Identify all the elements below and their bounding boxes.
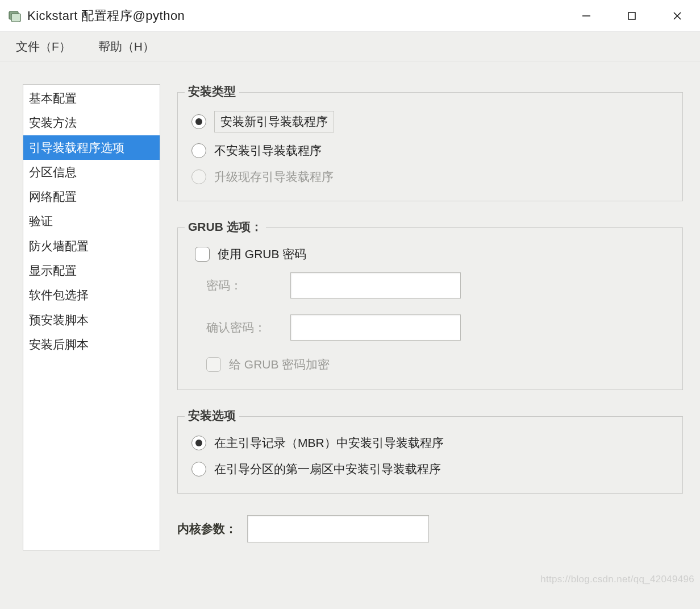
- sidebar-item-firewall[interactable]: 防火墙配置: [23, 234, 160, 258]
- label-confirm-password: 确认密码：: [206, 320, 280, 335]
- sidebar-item-auth[interactable]: 验证: [23, 209, 160, 233]
- sidebar-item-install-method[interactable]: 安装方法: [23, 110, 160, 135]
- checkbox-label-use-grub-password: 使用 GRUB 密码: [218, 246, 306, 262]
- svg-rect-1: [11, 14, 20, 22]
- sidebar-item-postscript[interactable]: 安装后脚本: [23, 332, 160, 357]
- install-type-title: 安装类型: [185, 84, 239, 100]
- check-row-use-grub-password[interactable]: 使用 GRUB 密码: [195, 246, 669, 262]
- window-controls: [564, 0, 700, 31]
- radio-no-install[interactable]: [191, 143, 206, 158]
- check-row-encrypt-grub: 给 GRUB 密码加密: [206, 357, 669, 372]
- close-button[interactable]: [655, 0, 700, 31]
- checkbox-encrypt-grub: [206, 357, 221, 372]
- label-password: 密码：: [206, 277, 280, 293]
- sidebar: 基本配置 安装方法 引导装载程序选项 分区信息 网络配置 验证 防火墙配置 显示…: [23, 84, 160, 550]
- window-title: Kickstart 配置程序@python: [27, 7, 564, 24]
- checkbox-label-encrypt-grub: 给 GRUB 密码加密: [229, 357, 330, 372]
- client-area: 基本配置 安装方法 引导装载程序选项 分区信息 网络配置 验证 防火墙配置 显示…: [0, 61, 700, 609]
- row-confirm-password: 确认密码：: [206, 314, 669, 341]
- kernel-params-label: 内核参数：: [177, 521, 237, 537]
- radio-install-new[interactable]: [191, 114, 206, 129]
- main-panel: 安装类型 安装新引导装载程序 不安装引导装载程序 升级现存引导装载程序 GRUB…: [177, 84, 683, 592]
- sidebar-item-prescript[interactable]: 预安装脚本: [23, 308, 160, 332]
- radio-row-mbr[interactable]: 在主引导记录（MBR）中安装引导装载程序: [191, 435, 669, 451]
- sidebar-item-display[interactable]: 显示配置: [23, 258, 160, 283]
- minimize-button[interactable]: [564, 0, 609, 31]
- menu-help[interactable]: 帮助（H）: [91, 35, 161, 58]
- radio-row-upgrade: 升级现存引导装载程序: [191, 169, 669, 185]
- radio-row-no-install[interactable]: 不安装引导装载程序: [191, 143, 669, 159]
- menu-file[interactable]: 文件（F）: [9, 35, 78, 58]
- radio-label-install-new: 安装新引导装载程序: [214, 111, 334, 132]
- radio-label-upgrade: 升级现存引导装载程序: [214, 169, 334, 185]
- install-type-group: 安装类型 安装新引导装载程序 不安装引导装载程序 升级现存引导装载程序: [177, 92, 683, 201]
- sidebar-item-packages[interactable]: 软件包选择: [23, 283, 160, 307]
- sidebar-item-partition[interactable]: 分区信息: [23, 160, 160, 184]
- kernel-params-input[interactable]: [247, 515, 429, 542]
- radio-label-mbr: 在主引导记录（MBR）中安装引导装载程序: [214, 435, 444, 451]
- radio-first-sector[interactable]: [191, 462, 206, 477]
- row-password: 密码：: [206, 272, 669, 299]
- sidebar-item-bootloader[interactable]: 引导装载程序选项: [23, 135, 160, 160]
- grub-options-title: GRUB 选项：: [185, 219, 266, 235]
- grub-options-group: GRUB 选项： 使用 GRUB 密码 密码： 确认密码： 给 GRUB 密码加…: [177, 227, 683, 390]
- sidebar-item-basic[interactable]: 基本配置: [23, 86, 160, 110]
- input-confirm-password[interactable]: [290, 314, 461, 341]
- kernel-params-row: 内核参数：: [177, 515, 683, 542]
- sidebar-item-network[interactable]: 网络配置: [23, 184, 160, 209]
- install-options-title: 安装选项: [185, 408, 239, 424]
- app-icon: [8, 9, 22, 23]
- checkbox-use-grub-password[interactable]: [195, 247, 210, 262]
- menu-bar: 文件（F） 帮助（H）: [0, 32, 700, 61]
- title-bar: Kickstart 配置程序@python: [0, 0, 700, 32]
- radio-label-no-install: 不安装引导装载程序: [214, 143, 322, 159]
- radio-label-first-sector: 在引导分区的第一扇区中安装引导装载程序: [214, 461, 441, 477]
- radio-row-install-new[interactable]: 安装新引导装载程序: [191, 111, 669, 132]
- radio-mbr[interactable]: [191, 436, 206, 450]
- radio-row-first-sector[interactable]: 在引导分区的第一扇区中安装引导装载程序: [191, 461, 669, 477]
- maximize-button[interactable]: [609, 0, 655, 31]
- svg-rect-3: [628, 13, 635, 19]
- input-password[interactable]: [290, 272, 461, 299]
- install-options-group: 安装选项 在主引导记录（MBR）中安装引导装载程序 在引导分区的第一扇区中安装引…: [177, 416, 683, 494]
- radio-upgrade: [191, 169, 206, 184]
